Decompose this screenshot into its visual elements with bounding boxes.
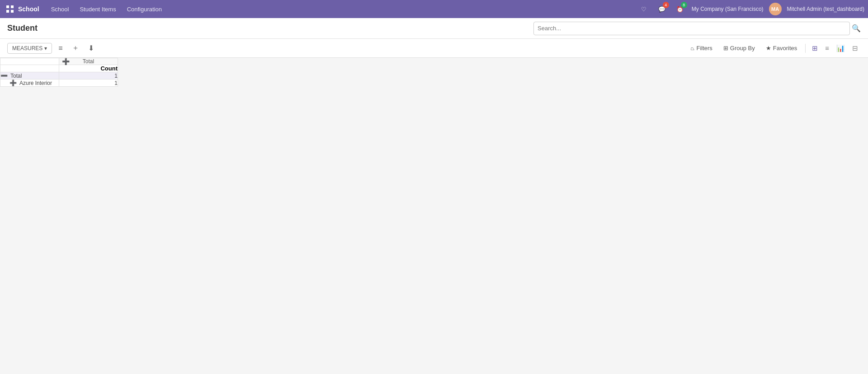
nav-school[interactable]: School xyxy=(47,3,74,15)
list-view-icon[interactable]: ≡ xyxy=(56,42,65,54)
pivot-count-header: Count xyxy=(59,65,118,72)
topbar: School School Student Items Configuratio… xyxy=(0,0,868,18)
group-by-button[interactable]: ⊞ Group By xyxy=(719,43,760,53)
user-name[interactable]: Mitchell Admin (test_dashboard) xyxy=(787,6,864,12)
grid-icon[interactable] xyxy=(4,3,16,15)
topbar-left: School School Student Items Configuratio… xyxy=(4,3,637,15)
pivot-header-row: ➕ Total xyxy=(0,58,118,65)
svg-rect-1 xyxy=(11,5,14,8)
azure-interior-label: ➕ Azure Interior xyxy=(0,79,59,87)
pivot-total-row: ➖ Total 1 xyxy=(0,72,118,79)
measures-button[interactable]: MEASURES ▾ xyxy=(7,43,52,54)
total-row-label: ➖ Total xyxy=(0,72,59,79)
main-content: ➕ Total Count ➖ Total 1 xyxy=(0,58,868,87)
toolbar: MEASURES ▾ ≡ ＋ ⬇ ⏢ Filters ⊞ Group By ★ … xyxy=(0,39,868,58)
brand-name: School xyxy=(18,5,39,13)
search-input[interactable] xyxy=(533,22,850,35)
total-row-collapse-icon[interactable]: ➖ xyxy=(0,72,8,79)
pivot-data-row: ➕ Azure Interior 1 xyxy=(0,79,118,87)
pivot-total-header: ➕ Total xyxy=(59,58,118,65)
notification-icon[interactable]: ♡ xyxy=(637,3,650,15)
pivot-subheader-row: Count xyxy=(0,65,118,72)
nav-configuration[interactable]: Configuration xyxy=(123,3,166,15)
topbar-right: ♡ 💬 4 ⏰ 8 My Company (San Francisco) MA … xyxy=(637,3,864,15)
grid-view-button[interactable]: ⊟ xyxy=(849,42,861,54)
avatar[interactable]: MA xyxy=(769,3,782,15)
total-expand-icon[interactable]: ➕ xyxy=(62,58,70,65)
svg-rect-2 xyxy=(6,10,9,13)
clock-icon[interactable]: ⏰ 8 xyxy=(674,3,686,15)
svg-rect-0 xyxy=(6,5,9,8)
favorites-button[interactable]: ★ Favorites xyxy=(761,43,802,53)
subbar: Student 🔍 xyxy=(0,18,868,39)
search-button[interactable]: 🔍 xyxy=(852,24,861,33)
download-icon[interactable]: ⬇ xyxy=(85,42,97,54)
bar-view-button[interactable]: 📊 xyxy=(834,42,848,54)
company-info[interactable]: My Company (San Francisco) xyxy=(692,6,764,12)
filters-button[interactable]: ⏢ Filters xyxy=(686,43,717,53)
pivot-empty-subheader xyxy=(0,65,59,72)
message-badge: 4 xyxy=(663,2,669,8)
clock-badge: 8 xyxy=(681,2,687,8)
nav-student-items[interactable]: Student Items xyxy=(75,3,120,15)
total-row-count: 1 xyxy=(59,72,118,79)
azure-interior-count: 1 xyxy=(59,79,118,87)
message-icon[interactable]: 💬 4 xyxy=(656,3,668,15)
divider xyxy=(805,44,806,53)
page-title: Student xyxy=(7,23,533,33)
pivot-view-button[interactable]: ⊞ xyxy=(809,42,821,54)
list-view-button[interactable]: ≡ xyxy=(822,42,832,54)
toolbar-right: ⏢ Filters ⊞ Group By ★ Favorites ⊞ ≡ 📊 ⊟ xyxy=(686,42,861,54)
add-column-icon[interactable]: ＋ xyxy=(69,42,82,55)
svg-rect-3 xyxy=(11,10,14,13)
pivot-corner xyxy=(0,58,59,65)
row-expand-icon[interactable]: ➕ xyxy=(9,79,17,86)
pivot-table: ➕ Total Count ➖ Total 1 xyxy=(0,58,118,87)
